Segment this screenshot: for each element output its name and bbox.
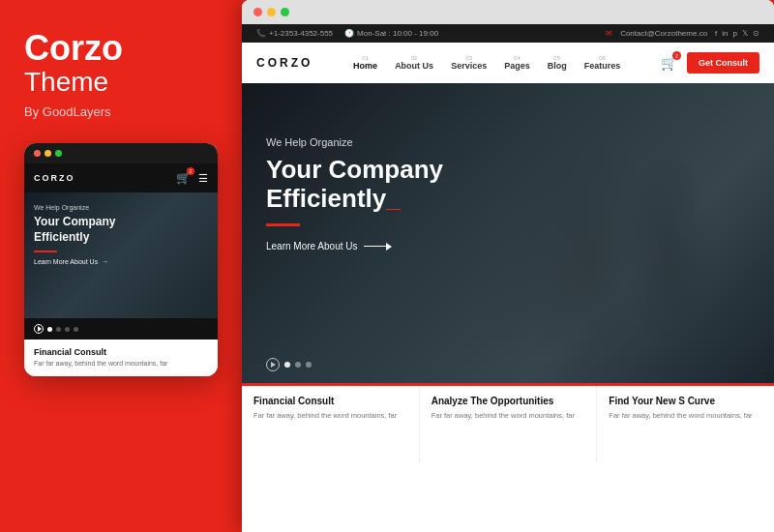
nav-right-actions: 🛒 2 Get Consult [661, 52, 759, 74]
brand-name: Corzo [24, 29, 123, 68]
nav-item-services[interactable]: 03 Services [451, 55, 487, 71]
card-find-curve: Find Your New S Curve Far far away, behi… [597, 386, 774, 462]
mobile-card-text: Far far away, behind the word mountains,… [34, 359, 208, 369]
mobile-dot-green [55, 150, 62, 157]
nav-item-blog[interactable]: 05 Blog [548, 55, 567, 71]
website-hero: We Help Organize Your Company Efficientl… [242, 83, 774, 383]
mobile-hero-sub: We Help Organize [34, 204, 208, 211]
mobile-hero-content: We Help Organize Your CompanyEfficiently… [24, 192, 218, 276]
twitter-icon[interactable]: 𝕏 [742, 29, 748, 38]
mobile-nav-dot-1[interactable] [47, 327, 52, 332]
topbar-left: 📞 +1-2353-4352-555 🕐 Mon-Sat : 10:00 - 1… [256, 29, 438, 38]
mobile-hamburger-icon[interactable]: ☰ [198, 172, 208, 185]
topbar-phone: 📞 +1-2353-4352-555 [256, 29, 333, 38]
facebook-icon[interactable]: f [715, 29, 717, 38]
mobile-nav-dot-4[interactable] [74, 327, 78, 332]
get-consult-button[interactable]: Get Consult [687, 52, 759, 74]
mobile-footer-section: Financial Consult Far far away, behind t… [24, 340, 218, 376]
hero-main-title: Your Company Efficiently_ [266, 156, 576, 214]
social-icons: f in p 𝕏 ⊙ [715, 29, 759, 38]
mobile-cart-badge: 2 [187, 167, 194, 175]
mobile-logo: CORZO [34, 173, 75, 183]
hero-dot-3[interactable] [306, 362, 312, 368]
hero-red-underline [266, 223, 300, 226]
card-financial-consult: Financial Consult Far far away, behind t… [242, 386, 420, 462]
topbar-email: Contact@Corzotheme.co [620, 29, 707, 38]
website-bottom-cards: Financial Consult Far far away, behind t… [242, 383, 774, 462]
mobile-hero-underline [34, 251, 57, 252]
topbar-phone-number: +1-2353-4352-555 [269, 29, 333, 38]
mobile-chrome-bar [24, 143, 218, 163]
card-text-1: Far far away, behind the word mountains,… [253, 410, 407, 421]
linkedin-icon[interactable]: in [722, 29, 728, 38]
hero-dot-2[interactable] [295, 362, 301, 368]
browser-dot-red[interactable] [253, 8, 262, 16]
browser-dot-green[interactable] [281, 8, 289, 16]
nav-item-features[interactable]: 06 Features [584, 55, 621, 71]
mobile-play-button[interactable] [34, 324, 44, 334]
mobile-dot-yellow [45, 150, 51, 157]
hero-nav-dots [266, 358, 312, 371]
browser-chrome-bar [242, 0, 774, 24]
nav-cart-badge: 2 [672, 51, 681, 60]
card-title-3: Find Your New S Curve [609, 396, 762, 406]
nav-cart-icon[interactable]: 🛒 2 [661, 55, 677, 71]
mobile-mockup: CORZO 🛒 2 ☰ We Help Organize Your Compan… [24, 143, 218, 376]
mobile-hero-title: Your CompanyEfficiently [34, 215, 208, 245]
nav-item-home[interactable]: 01 Home [353, 55, 377, 71]
mobile-dot-red [34, 150, 41, 157]
brand-logo: Corzo Theme By GoodLayers [24, 29, 123, 119]
clock-icon: 🕐 [344, 29, 354, 38]
mobile-cart-icon[interactable]: 🛒 2 [176, 171, 191, 185]
card-title-2: Analyze The Opportunities [432, 396, 585, 406]
mobile-cta-arrow-icon: → [102, 258, 108, 265]
mobile-hero-cta[interactable]: Learn More About Us → [34, 258, 208, 265]
card-text-2: Far far away, behind the word mountains,… [432, 410, 585, 421]
nav-menu: 01 Home 02 About Us 03 Services 04 Pages… [353, 55, 620, 71]
mobile-card-title: Financial Consult [34, 347, 208, 357]
nav-item-pages[interactable]: 04 Pages [504, 55, 530, 71]
card-analyze-opportunities: Analyze The Opportunities Far far away, … [420, 386, 598, 462]
left-panel: Corzo Theme By GoodLayers CORZO 🛒 2 ☰ [0, 0, 240, 532]
phone-icon: 📞 [256, 29, 266, 38]
hero-content: We Help Organize Your Company Efficientl… [242, 83, 774, 276]
card-text-3: Far far away, behind the word mountains,… [609, 410, 762, 421]
nav-item-about[interactable]: 02 About Us [395, 55, 433, 71]
topbar-right: ✉ Contact@Corzotheme.co f in p 𝕏 ⊙ [606, 29, 759, 38]
hero-play-button[interactable] [266, 358, 280, 371]
mobile-hero: We Help Organize Your CompanyEfficiently… [24, 192, 218, 318]
website-topbar: 📞 +1-2353-4352-555 🕐 Mon-Sat : 10:00 - 1… [242, 24, 774, 43]
topbar-hours: 🕐 Mon-Sat : 10:00 - 19:00 [344, 29, 438, 38]
mobile-nav-bar: CORZO 🛒 2 ☰ [24, 163, 218, 192]
mobile-nav-dot-2[interactable] [56, 327, 61, 332]
topbar-hours-text: Mon-Sat : 10:00 - 19:00 [357, 29, 438, 38]
card-title-1: Financial Consult [253, 396, 407, 406]
website-main-nav: CORZO 01 Home 02 About Us 03 Services 04… [242, 43, 774, 83]
hero-dot-1[interactable] [284, 362, 290, 368]
hero-cta-arrow-icon [364, 246, 391, 247]
nav-logo: CORZO [256, 56, 313, 70]
desktop-browser-mockup: 📞 +1-2353-4352-555 🕐 Mon-Sat : 10:00 - 1… [242, 0, 774, 532]
hero-sub-title: We Help Organize [266, 136, 750, 148]
hero-cta-button[interactable]: Learn More About Us [266, 241, 750, 251]
brand-by: By GoodLayers [24, 104, 123, 119]
pinterest-icon[interactable]: p [733, 29, 737, 38]
mobile-nav-right: 🛒 2 ☰ [176, 171, 208, 185]
mobile-dots-nav [24, 318, 218, 340]
email-icon: ✉ [606, 29, 612, 38]
brand-subtitle: Theme [24, 68, 123, 98]
browser-dot-yellow[interactable] [267, 8, 276, 16]
mobile-nav-dot-3[interactable] [65, 327, 70, 332]
mobile-window-controls [34, 150, 62, 157]
instagram-icon[interactable]: ⊙ [753, 29, 759, 38]
